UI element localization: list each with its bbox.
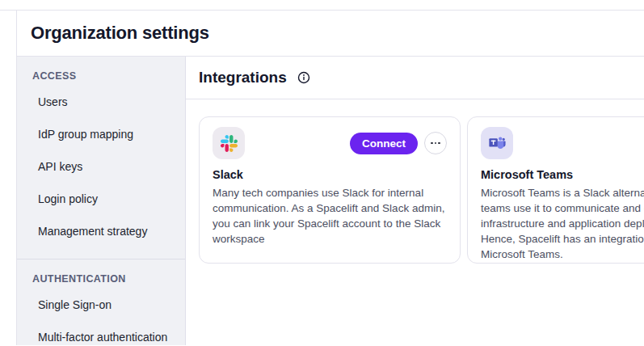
sidebar-item-api-keys[interactable]: API keys — [17, 150, 185, 183]
integrations-header: Integrations — [186, 57, 644, 99]
organization-settings-panel: Organization settings ACCESS Users IdP g… — [16, 11, 644, 345]
teams-card-top — [481, 125, 644, 161]
slack-card-top: Connect — [213, 125, 447, 161]
sidebar-section-label-access: ACCESS — [17, 66, 185, 86]
sidebar-section-label-authentication: AUTHENTICATION — [17, 269, 185, 289]
sidebar-item-single-sign-on[interactable]: Single Sign-on — [17, 289, 185, 321]
page-title: Organization settings — [31, 23, 209, 44]
slack-connect-button[interactable]: Connect — [350, 133, 418, 154]
sidebar-section-authentication: AUTHENTICATION Single Sign-on Multi-fact… — [17, 260, 185, 345]
sidebar-item-idp-group-mapping[interactable]: IdP group mapping — [17, 118, 185, 150]
left-gutter — [0, 11, 16, 345]
integrations-content: Integrations — [186, 57, 644, 345]
sidebar-item-multi-factor-authentication[interactable]: Multi-factor authentication — [17, 321, 185, 345]
page-frame: Organization settings ACCESS Users IdP g… — [0, 10, 644, 345]
integration-card-microsoft-teams: Microsoft Teams Microsoft Teams is a Sla… — [467, 116, 644, 264]
settings-sidebar: ACCESS Users IdP group mapping API keys … — [17, 57, 186, 345]
sidebar-item-management-strategy[interactable]: Management strategy — [17, 215, 185, 247]
integrations-heading: Integrations — [199, 69, 287, 86]
panel-body: ACCESS Users IdP group mapping API keys … — [17, 57, 644, 345]
teams-card-title: Microsoft Teams — [481, 168, 644, 181]
slack-card-description: Many tech companies use Slack for intern… — [213, 185, 447, 247]
integration-cards-row: Connect Slack Many tech companies use Sl… — [186, 99, 644, 281]
sidebar-item-login-policy[interactable]: Login policy — [17, 183, 185, 215]
more-options-icon[interactable] — [424, 132, 447, 154]
slack-card-title: Slack — [213, 168, 447, 181]
info-icon[interactable] — [297, 71, 310, 84]
sidebar-section-access: ACCESS Users IdP group mapping API keys … — [17, 66, 185, 247]
slack-icon — [213, 127, 245, 159]
integration-card-slack: Connect Slack Many tech companies use Sl… — [199, 116, 461, 264]
teams-card-description: Microsoft Teams is a Slack alternative. … — [481, 185, 644, 262]
microsoft-teams-icon — [481, 127, 513, 159]
sidebar-item-users[interactable]: Users — [17, 86, 185, 118]
top-margin — [0, 0, 644, 10]
panel-header: Organization settings — [17, 11, 644, 57]
